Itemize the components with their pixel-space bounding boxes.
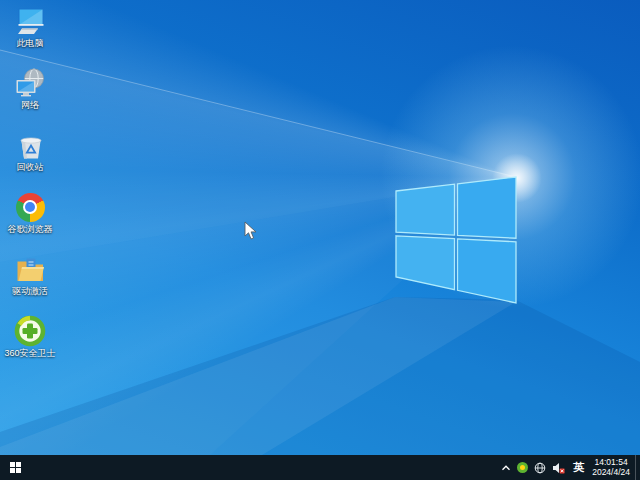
chrome-icon <box>14 191 46 223</box>
desktop-icon-label: 360安全卫士 <box>4 348 55 358</box>
start-button[interactable] <box>0 455 30 480</box>
taskbar-empty-area[interactable] <box>30 455 498 480</box>
desktop-icon-driver-activation[interactable]: 驱动激活 <box>2 253 58 297</box>
desktop-icon-label: 谷歌浏览器 <box>8 224 53 234</box>
desktop-icon-column: 此电脑 网络 <box>2 5 58 377</box>
taskbar: 英 14:01:54 2024/4/24 <box>0 455 640 480</box>
desktop-icon-recycle-bin[interactable]: 回收站 <box>2 129 58 173</box>
recycle-bin-icon <box>14 129 46 161</box>
show-desktop-button[interactable] <box>635 455 640 480</box>
desktop-wallpaper <box>0 0 640 455</box>
desktop-icon-network[interactable]: 网络 <box>2 67 58 111</box>
system-tray: 英 14:01:54 2024/4/24 <box>498 455 640 480</box>
this-pc-icon <box>14 5 46 37</box>
desktop-icon-label: 驱动激活 <box>12 286 48 296</box>
windows-desktop-screen: 此电脑 网络 <box>0 0 640 480</box>
driver-activation-folder-icon <box>14 253 46 285</box>
desktop-icon-label: 回收站 <box>17 162 44 172</box>
desktop-icon-360-safety[interactable]: 360安全卫士 <box>2 315 58 359</box>
taskbar-clock[interactable]: 14:01:54 2024/4/24 <box>589 458 635 477</box>
desktop-icon-this-pc[interactable]: 此电脑 <box>2 5 58 49</box>
tray-volume-muted-icon[interactable] <box>549 455 568 480</box>
windows-start-icon <box>10 462 21 473</box>
windows-logo-wallpaper <box>395 176 517 304</box>
tray-network-globe-icon[interactable] <box>531 455 549 480</box>
ime-language-indicator[interactable]: 英 <box>568 460 589 475</box>
mouse-cursor <box>244 221 258 241</box>
360-safety-icon <box>14 315 46 347</box>
desktop-icon-label: 网络 <box>21 100 39 110</box>
clock-date: 2024/4/24 <box>592 468 630 478</box>
network-icon <box>14 67 46 99</box>
desktop-icon-label: 此电脑 <box>17 38 44 48</box>
tray-chevron-up-icon[interactable] <box>498 455 514 480</box>
desktop-icon-chrome[interactable]: 谷歌浏览器 <box>2 191 58 235</box>
tray-360-safety-icon[interactable] <box>514 455 531 480</box>
